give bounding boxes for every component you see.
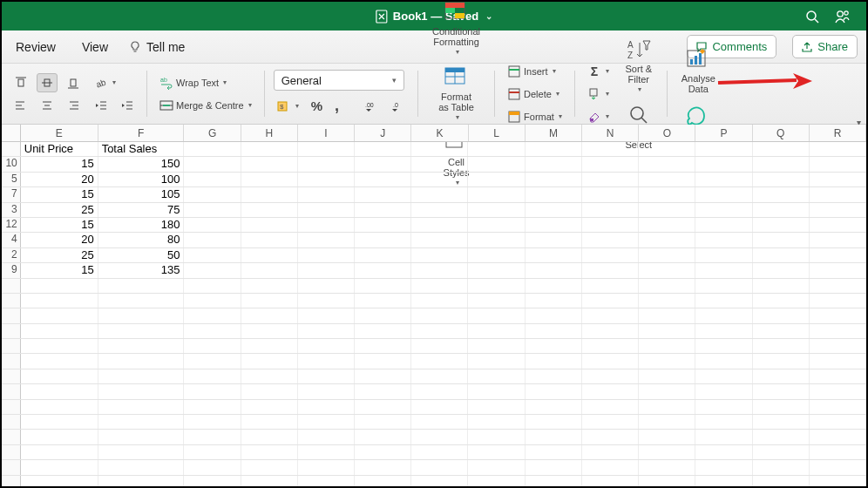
cell[interactable] [468,445,525,459]
cell[interactable] [21,445,98,459]
cell[interactable] [468,415,525,429]
cell[interactable] [639,324,695,338]
sort-filter-button[interactable]: AZ Sort & Filter [620,36,658,96]
cell[interactable] [298,294,355,308]
cell[interactable] [753,324,810,338]
cell[interactable] [98,354,185,368]
format-button[interactable]: Format [504,107,566,126]
insert-button[interactable]: Insert [504,62,559,81]
cell[interactable] [184,218,241,232]
cell[interactable] [753,339,810,353]
cell[interactable] [184,248,241,262]
cell[interactable]: 15 [21,157,98,171]
cell[interactable] [184,324,241,338]
cell[interactable] [753,476,810,486]
row-header[interactable]: 7 [2,187,21,201]
cell[interactable] [98,430,185,444]
align-left-button[interactable] [10,96,31,115]
cell[interactable] [98,384,185,398]
cell[interactable] [21,308,98,322]
cell[interactable] [298,308,355,322]
cell[interactable] [810,263,866,277]
cell[interactable] [582,263,639,277]
cell[interactable]: 50 [98,248,185,262]
cell[interactable] [639,415,695,429]
cell[interactable] [526,142,582,156]
cell[interactable] [184,142,241,156]
cell[interactable] [98,279,185,293]
cell[interactable] [468,279,525,293]
cell[interactable] [582,218,639,232]
cell[interactable] [184,400,241,414]
cell[interactable] [411,233,468,247]
cell[interactable] [298,142,355,156]
cell[interactable] [468,476,525,486]
cell[interactable] [639,173,695,186]
cell[interactable] [241,415,298,429]
cell[interactable] [695,263,752,277]
cell[interactable] [298,279,355,293]
cell[interactable] [582,445,639,459]
increase-indent-button[interactable] [117,96,138,115]
cell[interactable]: 80 [98,233,185,247]
cell[interactable] [298,248,355,262]
cell[interactable] [411,173,468,186]
cell[interactable] [526,476,582,486]
cell[interactable]: 135 [98,263,185,277]
align-top-button[interactable] [10,73,31,92]
column-header[interactable]: R [810,125,866,141]
cell[interactable] [184,263,241,277]
cell[interactable] [355,460,411,474]
cell[interactable] [241,142,298,156]
cell[interactable] [639,430,695,444]
cell[interactable] [695,400,752,414]
cell[interactable] [753,233,810,247]
cell[interactable] [639,157,695,171]
cell[interactable] [411,415,468,429]
cell[interactable] [810,324,866,338]
cell[interactable] [298,369,355,383]
cell[interactable] [582,157,639,171]
cell[interactable] [810,476,866,486]
column-header[interactable]: I [298,125,355,141]
cell[interactable] [241,354,298,368]
clear-button[interactable] [584,107,613,126]
cell[interactable] [355,157,411,171]
cell[interactable] [639,460,695,474]
cell[interactable] [411,157,468,171]
cell[interactable] [468,263,525,277]
column-header[interactable]: H [241,125,298,141]
row-header[interactable]: 9 [2,263,21,277]
column-header[interactable]: N [582,125,639,141]
cell[interactable] [411,339,468,353]
search-icon[interactable] [805,10,819,24]
cell[interactable] [639,294,695,308]
cell[interactable] [98,400,185,414]
title-dropdown-icon[interactable]: ⌄ [485,11,492,21]
cell[interactable] [298,354,355,368]
cell[interactable] [241,279,298,293]
cell[interactable] [298,476,355,486]
cell[interactable] [695,218,752,232]
cell[interactable] [184,476,241,486]
cell[interactable] [98,308,185,322]
cell[interactable] [810,218,866,232]
cell[interactable] [411,445,468,459]
cell[interactable]: 75 [98,203,185,217]
cell[interactable] [21,460,98,474]
cell[interactable] [753,308,810,322]
orientation-button[interactable]: ab [91,73,119,92]
cell[interactable] [810,445,866,459]
cell[interactable] [526,263,582,277]
cell[interactable] [411,324,468,338]
delete-button[interactable]: Delete [504,85,563,104]
cell[interactable] [526,218,582,232]
cell[interactable] [639,218,695,232]
cell[interactable] [810,157,866,171]
cell[interactable] [184,173,241,186]
cell[interactable] [582,430,639,444]
cell[interactable] [695,460,752,474]
cell[interactable] [526,460,582,474]
cell[interactable] [526,324,582,338]
column-header[interactable]: Q [753,125,810,141]
